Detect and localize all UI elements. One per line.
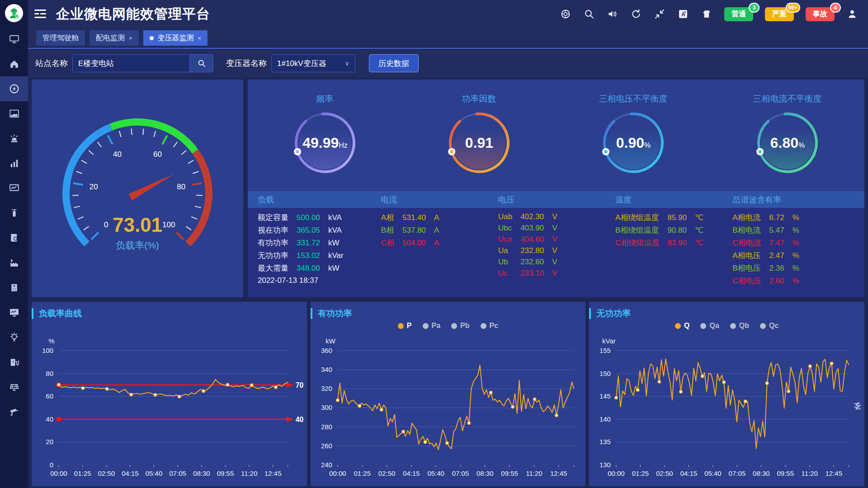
alarm-badge-label: 严重 [772, 10, 787, 18]
top-row: 02040608010073.01负载率(%) 频率49.99Hz功率因数0.9… [32, 80, 864, 297]
sidebar-item-cctv[interactable] [0, 399, 28, 424]
row-label: B相绕组温度 [615, 225, 659, 235]
tab-close-icon[interactable]: × [129, 35, 132, 42]
filter-bar: 站点名称 变压器名称 1#10kV变压器 ∨ 历史数据 [28, 49, 868, 78]
table-section-2: Uab402.30VUbc403.90VUca404.60VUa232.80VU… [488, 212, 605, 297]
alarm-badge-2[interactable]: 事故4 [806, 7, 835, 21]
svg-text:12:45: 12:45 [550, 469, 567, 477]
legend-item-Pc[interactable]: Pc [481, 322, 499, 330]
sidebar [0, 0, 28, 488]
sidebar-item-bulb[interactable] [0, 325, 28, 350]
row-value: 365.05 [297, 226, 320, 235]
refresh-icon [631, 9, 642, 19]
svg-text:11:20: 11:20 [241, 469, 257, 477]
volume-button[interactable] [607, 8, 618, 20]
gauge-label: 负载率(%) [116, 240, 159, 250]
sidebar-item-alarm[interactable] [0, 126, 28, 151]
ring-gauge-1: 功率因数0.91 [402, 80, 556, 191]
svg-text:320: 320 [321, 385, 332, 392]
svg-text:08:30: 08:30 [753, 469, 770, 477]
chart-title: 无功功率 [596, 308, 631, 319]
sidebar-item-hospital[interactable] [0, 275, 28, 300]
ev-charger-icon [9, 357, 20, 368]
table-body: 额定容量500.00kVA视在功率365.05kVA有功功率331.72kW无功… [248, 208, 864, 297]
row-value: 531.40 [402, 213, 426, 222]
ring-gauge-title: 三相电压不平衡度 [599, 93, 668, 105]
theme-button[interactable] [701, 8, 712, 20]
support-button[interactable] [560, 8, 571, 20]
row-value: 331.72 [297, 239, 320, 248]
compress-button[interactable] [654, 8, 665, 20]
svg-text:0: 0 [50, 461, 53, 469]
tab-close-icon[interactable]: × [198, 35, 202, 42]
svg-text:04:15: 04:15 [122, 469, 139, 477]
legend-item-Qa[interactable]: Qa [700, 322, 719, 330]
svg-text:09:55: 09:55 [777, 469, 794, 477]
search-button[interactable] [189, 55, 213, 72]
ring-gauges-row: 频率49.99Hz功率因数0.91三相电压不平衡度0.90%三相电流不平衡度6.… [248, 80, 864, 191]
row-label: 有功功率 [258, 238, 288, 248]
tab-1[interactable]: 配电监测× [90, 30, 139, 46]
legend-item-Qc[interactable]: Qc [760, 322, 778, 330]
app-logo[interactable] [5, 4, 23, 22]
row-label: C相 [381, 238, 394, 248]
sidebar-item-screen[interactable] [0, 27, 28, 52]
legend-label: Pc [490, 322, 499, 330]
sidebar-item-home[interactable] [0, 52, 28, 76]
header-actions: Ax普通3严重99+事故4 [560, 7, 858, 21]
translate-button[interactable]: Ax [677, 8, 689, 20]
chart-legend: QQaQbQc [589, 320, 864, 332]
svg-text:07:05: 07:05 [729, 469, 746, 477]
transformer-select[interactable]: 1#10kV变压器 ∨ [271, 54, 355, 72]
svg-text:kW: kW [326, 337, 335, 345]
sidebar-item-trend-monitor[interactable] [0, 176, 28, 201]
row-value: 2.36 [769, 264, 784, 273]
sidebar-item-factory[interactable] [0, 250, 28, 275]
collapse-menu-icon[interactable] [34, 9, 46, 19]
legend-item-Pb[interactable]: Pb [451, 322, 469, 330]
sidebar-item-solar-panel[interactable] [0, 375, 28, 399]
alarm-badge-label: 事故 [813, 10, 827, 18]
table-section-header: 负载 [248, 194, 371, 205]
sidebar-item-bolt-circle[interactable] [0, 76, 28, 101]
search-button[interactable] [583, 8, 595, 20]
alarm-badge-label: 普通 [731, 10, 746, 18]
sidebar-item-doc-search[interactable] [0, 225, 28, 250]
area-chart-icon [9, 108, 20, 119]
row-label: 最大需量 [258, 263, 288, 273]
svg-text:150: 150 [599, 370, 611, 377]
row-label: A相 [381, 212, 394, 223]
row-value: 232.60 [520, 258, 544, 267]
alarm-badge-0[interactable]: 普通3 [724, 7, 753, 21]
legend-item-P[interactable]: P [398, 322, 412, 330]
svg-text:07:05: 07:05 [169, 469, 186, 477]
row-value: 233.10 [520, 269, 544, 278]
row-label: 无功功率 [258, 250, 288, 261]
alarm-icon [9, 133, 20, 144]
sidebar-item-extinguisher[interactable] [0, 201, 28, 225]
chart-title: 负载率曲线 [39, 308, 82, 319]
sidebar-item-bar-chart[interactable] [0, 151, 28, 176]
chart-toolbox-icon[interactable] [854, 401, 862, 412]
legend-item-Pa[interactable]: Pa [423, 322, 441, 330]
sidebar-item-monitor-line[interactable] [0, 300, 28, 325]
svg-text:08:30: 08:30 [193, 469, 210, 477]
table-section-0: 额定容量500.00kVA视在功率365.05kVA有功功率331.72kW无功… [248, 212, 371, 297]
refresh-button[interactable] [630, 8, 642, 20]
tab-0[interactable]: 管理驾驶舱 [36, 30, 85, 46]
row-value: 504.00 [402, 239, 426, 248]
site-search-input[interactable] [73, 55, 189, 72]
svg-text:70: 70 [296, 381, 304, 389]
row-unit: A [434, 213, 439, 222]
svg-text:0: 0 [104, 221, 108, 229]
active-tab-dot [150, 36, 154, 40]
user-button[interactable] [846, 8, 858, 20]
tab-2[interactable]: 变压器监测× [143, 30, 208, 46]
legend-item-Qb[interactable]: Qb [730, 322, 749, 330]
alarm-badge-1[interactable]: 严重99+ [765, 7, 794, 21]
sidebar-item-area-chart[interactable] [0, 101, 28, 126]
history-data-button[interactable]: 历史数据 [369, 54, 419, 72]
legend-item-Q[interactable]: Q [675, 322, 689, 330]
title-accent-bar [32, 308, 33, 319]
sidebar-item-ev-charger[interactable] [0, 350, 28, 375]
